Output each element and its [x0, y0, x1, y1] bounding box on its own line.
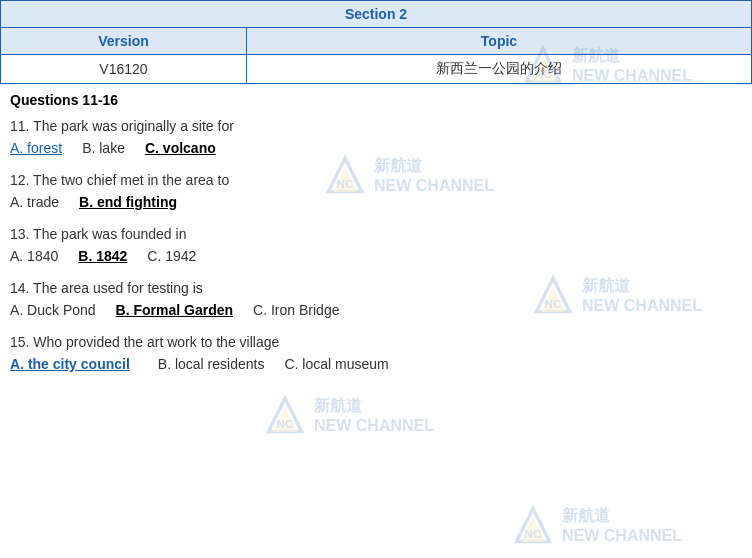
svg-marker-9	[268, 398, 301, 431]
col-version-header: Version	[1, 28, 247, 55]
question-block-14: 14. The area used for testing is A. Duck…	[10, 280, 742, 318]
question-block-15: 15. Who provided the art work to the vil…	[10, 334, 742, 372]
version-value: V16120	[1, 55, 247, 84]
answers-row-15: A. the city council B. local residents C…	[10, 356, 742, 372]
answers-row-13: A. 1840 B. 1842 C. 1942	[10, 248, 742, 264]
answer-15-b: B. local residents	[158, 356, 265, 372]
answer-11-a-link[interactable]: A. forest	[10, 140, 62, 156]
answer-13-a: A. 1840	[10, 248, 58, 264]
answer-14-a: A. Duck Pond	[10, 302, 96, 318]
question-text-15: 15. Who provided the art work to the vil…	[10, 334, 742, 350]
answer-11-a: A. forest	[10, 140, 62, 156]
answer-11-b: B. lake	[82, 140, 125, 156]
svg-marker-13	[521, 517, 546, 542]
svg-text:NC: NC	[277, 417, 294, 430]
question-text-11: 11. The park was originally a site for	[10, 118, 742, 134]
questions-title: Questions 11-16	[10, 92, 742, 108]
page-wrapper: NC 新航道NEW CHANNEL NC 新航道NEW CHANNEL NC 新…	[0, 0, 752, 558]
svg-text:NC: NC	[525, 527, 542, 540]
question-text-12: 12. The two chief met in the area to	[10, 172, 742, 188]
answer-15-c: C. local museum	[284, 356, 388, 372]
answer-11-c: C. volcano	[145, 140, 216, 156]
svg-marker-12	[516, 508, 549, 541]
header-table: Section 2 Version Topic V16120 新西兰一公园的介绍	[0, 0, 752, 84]
answers-row-12: A. trade B. end fighting	[10, 194, 742, 210]
q15-number: 15.	[10, 334, 29, 350]
question-block-13: 13. The park was founded in A. 1840 B. 1…	[10, 226, 742, 264]
question-text-14: 14. The area used for testing is	[10, 280, 742, 296]
svg-marker-10	[273, 407, 298, 432]
answer-13-b: B. 1842	[78, 248, 127, 264]
answers-row-14: A. Duck Pond B. Formal Garden C. Iron Br…	[10, 302, 742, 318]
answer-15-a: A. the city council	[10, 356, 130, 372]
col-topic-header: Topic	[246, 28, 751, 55]
question-text-13: 13. The park was founded in	[10, 226, 742, 242]
q14-number: 14.	[10, 280, 29, 296]
section-title: Section 2	[1, 1, 752, 28]
answers-row-11: A. forest B. lake C. volcano	[10, 140, 742, 156]
q11-number: 11.	[10, 118, 29, 134]
topic-value: 新西兰一公园的介绍	[246, 55, 751, 84]
q12-number: 12.	[10, 172, 29, 188]
main-content: Section 2 Version Topic V16120 新西兰一公园的介绍…	[0, 0, 752, 396]
question-block-12: 12. The two chief met in the area to A. …	[10, 172, 742, 210]
answer-14-c: C. Iron Bridge	[253, 302, 339, 318]
answer-14-b: B. Formal Garden	[116, 302, 233, 318]
answer-12-b: B. end fighting	[79, 194, 177, 210]
answer-13-c: C. 1942	[147, 248, 196, 264]
answer-12-a: A. trade	[10, 194, 59, 210]
question-block-11: 11. The park was originally a site for A…	[10, 118, 742, 156]
q13-number: 13.	[10, 226, 29, 242]
questions-section: Questions 11-16 11. The park was origina…	[0, 84, 752, 396]
